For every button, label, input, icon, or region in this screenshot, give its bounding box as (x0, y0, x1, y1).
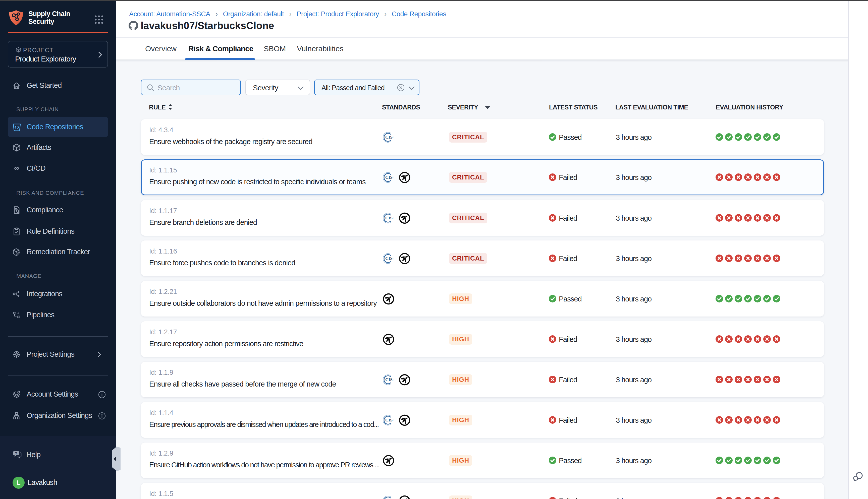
svg-text:?: ? (15, 451, 17, 455)
